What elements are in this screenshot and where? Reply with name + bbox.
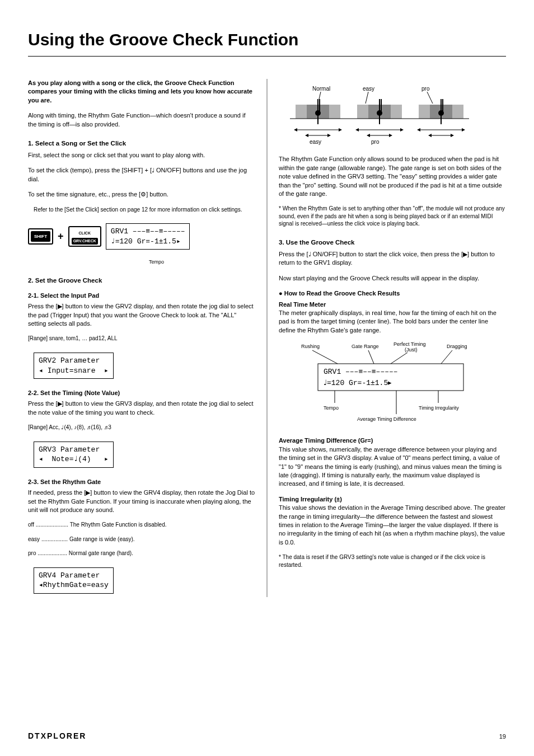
beat-2 [357,99,402,124]
step-1-title: 1. Select a Song or Set the Click [28,139,255,148]
step-1-body2: To set the click (tempo), press the [SHI… [28,166,255,184]
svg-line-18 [427,92,433,104]
label-rushing: Rushing [301,344,320,349]
gate-desc-1: The Rhythm Gate Function only allows sou… [279,155,506,198]
content-columns: As you play along with a song or the cli… [28,79,506,597]
label-easy: easy [310,139,321,145]
gate-off-line: off ..................... The Rhythm Gat… [28,521,255,529]
lcd-grv2-line1: GRV2 Parameter [39,356,109,366]
lcd-grv1-line2: ♩=120 Gr=-1±1.5▸ [111,237,185,247]
step-2-2-title: 2-2. Set the Timing (Note Value) [28,389,255,397]
lcd-grv1: GRV1 –––≡––≡––––– ♩=120 Gr=-1±1.5▸ [106,223,190,250]
svg-line-26 [368,350,374,364]
svg-line-16 [319,92,321,99]
step-2-1-title: 2-1. Select the Input Pad [28,292,255,300]
button-combo: SHIFT + CLICK GRV.CHECK GRV1 –––≡––≡––––… [28,220,255,253]
lcd-grv3-line2: ◂ Note=♩(4) ▸ [39,454,109,464]
step-1-bodyextra: To set the time signature, etc., press t… [28,190,255,199]
step-2-3-body: If needed, press the [▶] button to view … [28,489,255,514]
meter-subhead: Real Time Meter [279,301,326,308]
irreg-body2: * The data is reset if the GRV3 setting'… [279,553,506,569]
results-heading: ● How to Read the Groove Check Results [279,289,506,298]
column-separator [266,79,268,597]
lcd-grv4-line1: GRV4 Parameter [39,571,109,581]
lcd-grv4: GRV4 Parameter ◂RhythmGate=easy [34,567,114,594]
right-column: Normal easy pro easy pro [279,79,506,597]
lcd5-line1: GRV1 –––≡––≡––––– [324,368,398,376]
step-2-3-title: 2-3. Set the Rhythm Gate [28,478,255,486]
gate-desc-2: * When the Rhythm Gate is set to anythin… [279,205,506,228]
label-just: (Just) [405,347,418,353]
step-3-body2: Now start playing and the Groove Check r… [279,274,506,283]
left-column: As you play along with a song or the cli… [28,79,255,597]
lcd5-line2: ♩=120 Gr=-1±1.5▸ [324,379,392,387]
irreg-body: This value shows the deviation in the Av… [279,504,506,547]
irreg-subhead: Timing Irregularity (±) [279,496,342,503]
step-3-title: 3. Use the Groove Check [279,238,506,247]
shift-button: SHIFT [28,228,53,245]
lcd-grv3: GRV3 Parameter ◂ Note=♩(4) ▸ [34,442,114,468]
lcd-grv4-line2: ◂RhythmGate=easy [39,580,109,590]
label-gate-range: Gate Range [352,344,379,349]
beat-1 [296,99,340,124]
step-2-2-body: Press the [▶] button to view the GRV3 di… [28,400,255,417]
svg-line-17 [366,92,368,104]
page-title: Using the Groove Check Function [28,28,506,51]
gate-easy-line: easy ................. Gate range is wid… [28,536,255,543]
step-2-title: 2. Set the Groove Check [28,276,255,285]
click-grvcheck-button: CLICK GRV.CHECK [68,226,101,247]
gate-pro-line: pro ................... Normal gate rang… [28,550,255,557]
gate-range-diagram: Normal easy pro easy pro [279,82,506,152]
step-1-body1: First, select the song or click set that… [28,151,255,159]
tempo-label: Tempo [149,259,255,266]
lcd-grv2: GRV2 Parameter ◂ Input=snare ▸ [34,353,114,379]
svg-line-28 [441,350,452,364]
lcd-grv1-line1: GRV1 –––≡––≡––––– [111,227,185,237]
label-pro: pro [371,139,380,145]
gear-icon: ⚙ [140,191,146,198]
title-rule [28,56,506,57]
step-2-1-body: Press the [▶] button to view the GRV2 di… [28,302,255,328]
label-perfect: Perfect Timing [394,341,426,347]
intro-note: Along with timing, the Rhythm Gate Funct… [28,111,255,129]
step-3-body1: Press the [♩ ON/OFF] button to start the… [279,250,506,267]
label-dragging: Dragging [447,344,467,349]
step-2-1-range: [Range] snare, tom1, … pad12, ALL [28,335,255,342]
plus-icon: + [58,229,64,243]
step-1-tip: Refer to the [Set the Click] section on … [34,206,255,214]
svg-line-25 [312,350,338,364]
meter-body: The meter graphically displays, in real … [279,309,506,335]
label-irreg: Timing Irregularity [419,405,459,411]
label-normal: Normal [312,86,330,92]
lcd-grv2-line2: ◂ Input=snare ▸ [39,366,109,376]
intro-bold: As you play along with a song or the cli… [28,79,255,105]
avg-subhead: Average Timing Difference (Gr=) [279,437,373,444]
footer-page: 19 [499,732,506,741]
grv1-annotated-diagram: Rushing Gate Range Perfect Timing (Just)… [279,341,506,433]
label-tempo-2: Tempo [324,405,339,411]
avg-body: This value shows, numerically, the avera… [279,445,506,489]
step-2-2-range: [Range] Acc, ♩(4), ♪(8), ♬(16), ♬3 [28,424,255,431]
label-pro-top: pro [421,86,430,92]
footer: DTXPLORER 19 [0,731,534,742]
footer-logo: DTXPLORER [28,731,86,742]
lcd-grv3-line1: GRV3 Parameter [39,445,109,455]
svg-line-27 [391,353,407,364]
beat-3 [419,99,463,124]
label-avg-diff: Average Timing Difference [357,416,416,422]
label-easy-top: easy [363,86,374,92]
